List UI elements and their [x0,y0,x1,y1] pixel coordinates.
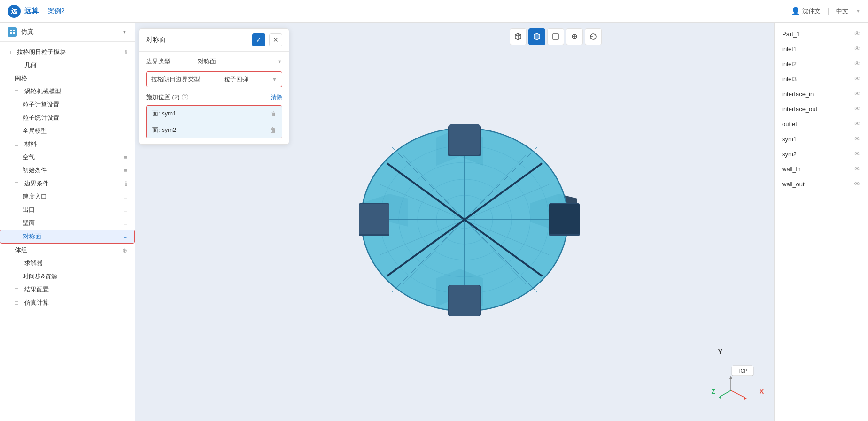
axis-indicator: TOP [718,365,755,402]
outlet-menu[interactable]: ≡ [124,207,127,214]
sidebar-item-simulation[interactable]: □ 仿真计算 [0,296,135,309]
sidebar-item-turbine[interactable]: □ 涡轮机械模型 [0,85,135,98]
user-info[interactable]: 👤 沈仲文 [791,7,821,15]
right-item-interface-out[interactable]: interface_out 👁 [775,101,868,116]
panel-locations: 面: sym1 🗑 面: sym2 🗑 [146,105,282,138]
clear-btn[interactable]: 清除 [271,93,282,101]
body-add[interactable]: ⊕ [122,247,127,254]
wall-menu[interactable]: ≡ [124,220,127,227]
lagrange-type-select[interactable]: 拉格朗日边界类型 粒子回弹 ▼ [146,71,282,87]
divider [828,8,829,15]
right-item-sym2[interactable]: sym2 👁 [775,146,868,161]
3d-model-svg [324,100,615,344]
location-sym2-label: 面: sym2 [152,126,176,134]
sidebar-item-body[interactable]: 体组 ⊕ [0,244,135,257]
sidebar-header: 仿真 ▼ [0,23,135,42]
view-wire-btn[interactable] [547,28,564,45]
case-name[interactable]: 案例2 [48,7,65,15]
sidebar-item-initial[interactable]: 初始条件 ≡ [0,164,135,177]
symmetry-menu[interactable]: ≡ [123,233,127,240]
eye-icon-sym2[interactable]: 👁 [854,150,860,158]
sidebar-item-full-model[interactable]: 全局模型 [0,124,135,138]
logo-area: 远 远算 案例2 [8,5,65,18]
axis-y-label: Y [718,348,722,355]
svg-marker-47 [744,397,747,400]
eye-icon-wall-out[interactable]: 👁 [854,180,860,188]
svg-rect-0 [10,30,12,31]
panel-close-btn[interactable]: ✕ [269,33,282,46]
sidebar-item-geometry[interactable]: □ 几何 [0,59,135,72]
right-item-inlet2[interactable]: inlet2 👁 [775,56,868,71]
symmetry-label: 对称面 [23,232,120,241]
svg-rect-3 [13,32,15,34]
full-model-label: 全局模型 [23,127,127,135]
sidebar-item-results[interactable]: □ 结果配置 [0,283,135,296]
eye-icon-Part1[interactable]: 👁 [854,30,860,38]
initial-menu[interactable]: ≡ [124,167,127,174]
right-item-wall-in[interactable]: wall_in 👁 [775,161,868,176]
eye-icon-interface-in[interactable]: 👁 [854,90,860,98]
svg-rect-2 [10,32,12,34]
view-reset-btn[interactable] [585,28,602,45]
language-selector[interactable]: 中文 [836,7,848,15]
right-item-inlet3[interactable]: inlet3 👁 [775,71,868,86]
eye-icon-interface-out[interactable]: 👁 [854,105,860,113]
right-item-outlet[interactable]: outlet 👁 [775,116,868,131]
air-label: 空气 [23,153,121,161]
sidebar-item-lagrange[interactable]: □ 拉格朗日粒子模块 ℹ [0,46,135,59]
view-3d-btn[interactable] [510,28,527,45]
sidebar-item-boundary[interactable]: □ 边界条件 ℹ [0,177,135,190]
right-item-sym1[interactable]: sym1 👁 [775,131,868,146]
eye-icon-inlet3[interactable]: 👁 [854,75,860,83]
sidebar-item-velocity-in[interactable]: 速度入口 ≡ [0,190,135,203]
solver-label: 求解器 [24,259,127,268]
view-flat-btn[interactable] [566,28,583,45]
outlet-label: 出口 [23,206,121,214]
sidebar-item-particle-stat[interactable]: 粒子统计设置 [0,111,135,124]
app-name: 远算 [24,7,39,15]
boundary-info[interactable]: ℹ [125,180,127,187]
svg-rect-4 [553,34,558,39]
sidebar-item-symmetry[interactable]: 对称面 ≡ [0,230,135,244]
air-menu[interactable]: ≡ [124,154,127,161]
right-item-interface-in[interactable]: interface_in 👁 [775,86,868,101]
particle-calc-label: 粒子计算设置 [23,100,127,109]
sidebar-item-timestep[interactable]: 时间步&资源 [0,270,135,283]
wall-label: 壁面 [23,219,121,227]
lagrange-info[interactable]: ℹ [125,49,127,56]
location-item-sym2: 面: sym2 🗑 [147,122,282,138]
eye-icon-wall-in[interactable]: 👁 [854,165,860,173]
right-item-inlet1[interactable]: inlet1 👁 [775,41,868,56]
eye-icon-sym1[interactable]: 👁 [854,135,860,143]
panel-confirm-btn[interactable]: ✓ [252,33,265,46]
lagrange-type-label: 拉格朗日边界类型 [151,75,200,84]
logo-icon: 远 [8,5,21,18]
boundary-type-row: 边界类型 对称面 ▼ [146,57,282,66]
sidebar-item-mesh[interactable]: 网格 [0,72,135,85]
sidebar-item-particle-calc[interactable]: 粒子计算设置 [0,98,135,111]
lagrange-type-value: 粒子回弹 [224,75,248,84]
lagrange-type-arrow: ▼ [272,77,277,82]
body-label: 体组 [15,246,119,254]
eye-icon-inlet2[interactable]: 👁 [854,60,860,68]
eye-icon-inlet1[interactable]: 👁 [854,45,860,53]
sidebar-item-material[interactable]: □ 材料 [0,138,135,151]
eye-icon-outlet[interactable]: 👁 [854,120,860,128]
sidebar-collapse-btn[interactable]: ▼ [122,29,127,35]
right-item-wall-out[interactable]: wall_out 👁 [775,176,868,191]
apply-position-label: 施加位置 (2) [146,93,180,101]
sidebar-item-wall[interactable]: 壁面 ≡ [0,216,135,230]
sidebar-item-outlet[interactable]: 出口 ≡ [0,203,135,216]
topbar: 远 远算 案例2 👤 沈仲文 中文 ▼ [0,0,868,23]
sidebar-item-air[interactable]: 空气 ≡ [0,151,135,164]
velocity-in-menu[interactable]: ≡ [124,193,127,200]
lang-dropdown-icon[interactable]: ▼ [856,8,860,14]
right-item-Part1[interactable]: Part_1 👁 [775,26,868,41]
initial-label: 初始条件 [23,166,121,175]
right-panel: Part_1 👁 inlet1 👁 inlet2 👁 inlet3 👁 inte… [774,23,868,421]
particle-stat-label: 粒子统计设置 [23,114,127,122]
sidebar-item-solver[interactable]: □ 求解器 [0,257,135,270]
view-solid-btn[interactable] [528,28,545,45]
location-sym2-delete[interactable]: 🗑 [270,126,276,134]
location-sym1-delete[interactable]: 🗑 [270,110,276,117]
